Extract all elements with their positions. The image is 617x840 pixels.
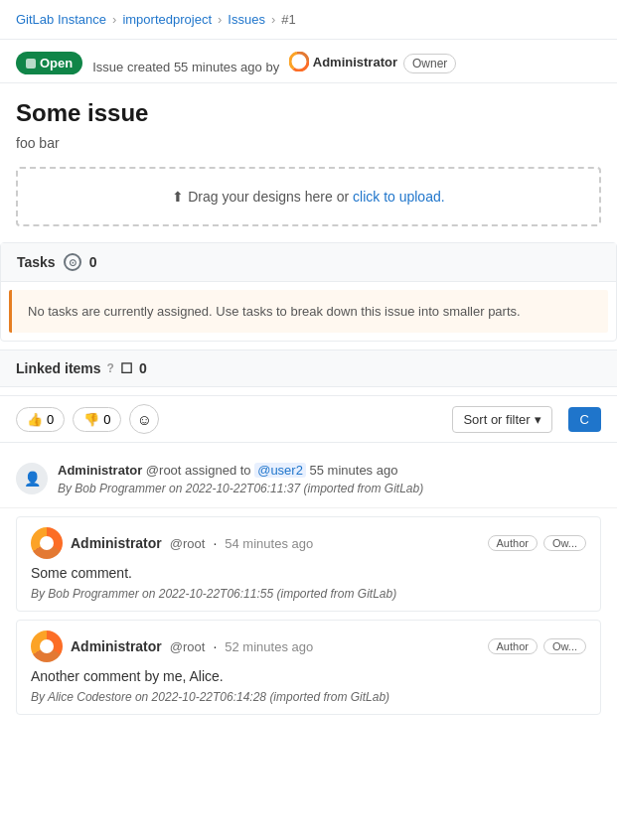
thumbs-down-count: 0	[103, 412, 110, 427]
comment-card-1: Administrator @root · 54 minutes ago Aut…	[16, 516, 601, 612]
comment-time-2: 52 minutes ago	[225, 639, 313, 654]
comment-handle-2: @root	[170, 639, 206, 654]
breadcrumb-sep-2: ›	[218, 12, 222, 27]
breadcrumb: GitLab Instance › importedproject › Issu…	[0, 0, 617, 40]
breadcrumb-sep-1: ›	[112, 12, 116, 27]
tag-owner-1: Ow...	[543, 535, 586, 551]
comment-avatar-2	[31, 630, 63, 662]
comment-user-1: Administrator	[71, 535, 162, 551]
issue-author: Administrator	[313, 55, 397, 70]
activity-line: Administrator @root assigned to @user2 5…	[58, 463, 601, 478]
add-emoji-button[interactable]: ☺	[129, 404, 159, 434]
spinner-inner-2	[40, 639, 54, 653]
tasks-count: 0	[89, 254, 97, 270]
issue-meta-text: Issue created 55 minutes ago by Administ…	[92, 52, 397, 74]
tasks-header: Tasks ⊙ 0	[1, 243, 616, 282]
activity-section: 👤 Administrator @root assigned to @user2…	[0, 443, 617, 731]
issue-description: foo bar	[0, 135, 617, 167]
design-zone-link[interactable]: click to upload.	[353, 189, 445, 205]
thumbs-up-count: 0	[47, 412, 54, 427]
issue-meta: Issue created 55 minutes ago by Administ…	[92, 52, 456, 74]
activity-time: 55 minutes ago	[310, 463, 398, 478]
chevron-down-icon: ▾	[535, 412, 541, 427]
comment-handle-1: @root	[170, 536, 206, 551]
comment-card-2: Administrator @root · 52 minutes ago Aut…	[16, 620, 601, 715]
admin-avatar-icon: Administrator	[289, 52, 397, 71]
system-user-icon: 👤	[16, 463, 48, 494]
comment-dot-2: ·	[213, 638, 217, 654]
tag-author-2: Author	[488, 638, 538, 654]
issue-header: Open Issue created 55 minutes ago by Adm…	[0, 40, 617, 83]
linked-icon: ☐	[120, 360, 133, 376]
reactions-bar: 👍 0 👎 0 ☺ Sort or filter ▾ C	[0, 395, 617, 443]
activity-content: Administrator @root assigned to @user2 5…	[58, 463, 601, 495]
thumbs-up-icon: 👍	[27, 412, 43, 427]
comment-avatar-1	[31, 527, 63, 559]
tag-owner-2: Ow...	[543, 638, 586, 654]
sort-filter-dropdown[interactable]: Sort or filter ▾	[452, 406, 551, 433]
linked-section: Linked items ? ☐ 0	[0, 350, 617, 387]
comment-attribution-1: By Bob Programmer on 2022-10-22T06:11:55…	[31, 587, 586, 601]
activity-item: 👤 Administrator @root assigned to @user2…	[0, 451, 617, 508]
comment-text-1: Some comment.	[31, 565, 586, 581]
thumbs-down-button[interactable]: 👎 0	[73, 407, 121, 432]
comment-header-1: Administrator @root · 54 minutes ago Aut…	[31, 527, 586, 559]
activity-handle: @root assigned to	[146, 463, 254, 478]
thumbs-up-button[interactable]: 👍 0	[16, 407, 65, 432]
comment-inner-1: Administrator @root · 54 minutes ago Aut…	[17, 517, 600, 611]
breadcrumb-project[interactable]: importedproject	[122, 12, 212, 27]
tag-author-1: Author	[488, 535, 538, 551]
tasks-section: Tasks ⊙ 0 No tasks are currently assigne…	[0, 242, 617, 342]
breadcrumb-gitlab[interactable]: GitLab Instance	[16, 12, 106, 27]
issue-title: Some issue	[0, 83, 617, 135]
linked-count: 0	[139, 360, 147, 376]
design-zone-text: Drag your designs here or	[188, 189, 349, 205]
activity-attribution: By Bob Programmer on 2022-10-22T06:11:37…	[58, 482, 601, 495]
design-drop-zone[interactable]: ⬆ Drag your designs here or click to upl…	[16, 167, 601, 226]
linked-header: Linked items ? ☐ 0	[0, 350, 617, 386]
comment-attribution-2: By Alice Codestore on 2022-10-22T06:14:2…	[31, 690, 586, 704]
linked-help-icon: ?	[107, 361, 114, 375]
activity-user: Administrator	[58, 463, 142, 478]
gitlab-spinner-icon	[289, 52, 309, 71]
tasks-empty-message: No tasks are currently assigned. Use tas…	[9, 290, 608, 333]
comment-user-2: Administrator	[71, 638, 162, 654]
spinner-inner-1	[40, 536, 54, 550]
comment-header-2: Administrator @root · 52 minutes ago Aut…	[31, 630, 586, 662]
comment-dot-1: ·	[213, 535, 217, 551]
comment-inner-2: Administrator @root · 52 minutes ago Aut…	[17, 621, 600, 714]
comment-button[interactable]: C	[568, 407, 601, 432]
thumbs-down-icon: 👎	[83, 412, 99, 427]
upload-icon: ⬆	[172, 189, 184, 205]
activity-mention: @user2	[254, 463, 306, 478]
tasks-circle-icon: ⊙	[64, 253, 81, 271]
comment-time-1: 54 minutes ago	[225, 536, 313, 551]
status-badge: Open	[16, 52, 82, 74]
comment-text-2: Another comment by me, Alice.	[31, 668, 586, 684]
author-role-badge: Owner	[403, 54, 456, 73]
breadcrumb-issue-id: #1	[281, 12, 295, 27]
breadcrumb-issues[interactable]: Issues	[228, 12, 265, 27]
linked-label: Linked items	[16, 360, 101, 376]
breadcrumb-sep-3: ›	[271, 12, 275, 27]
tasks-label: Tasks	[17, 254, 56, 270]
